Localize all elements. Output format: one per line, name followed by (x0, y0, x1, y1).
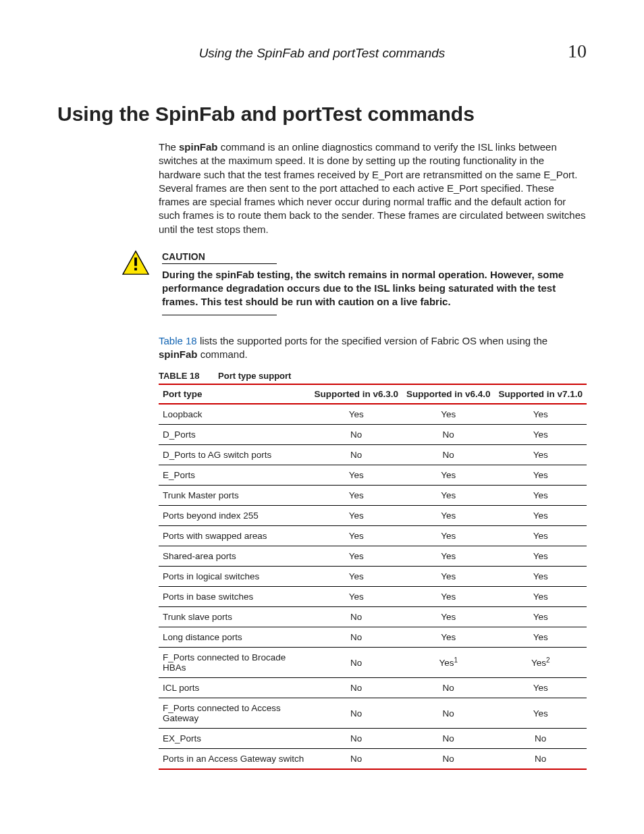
cell-v630: Yes (310, 546, 402, 567)
cell-v710: Yes (494, 526, 587, 546)
cell-v640: Yes (402, 526, 495, 546)
svg-rect-2 (134, 267, 137, 270)
table-caption-title: Port type support (218, 371, 291, 381)
cell-v640: Yes (402, 465, 495, 486)
cell-v640: Yes (402, 627, 495, 648)
table-row: E_PortsYesYesYes (159, 465, 587, 486)
cell-port-type: Long distance ports (159, 627, 310, 648)
cell-v710: Yes (494, 486, 587, 506)
cell-v710: Yes (494, 698, 587, 729)
cell-port-type: ICL ports (159, 678, 310, 698)
table-row: EX_PortsNoNoNo (159, 729, 587, 749)
intro-rest: command is an online diagnostics command… (159, 141, 586, 235)
cell-port-type: F_Ports connected to Access Gateway (159, 698, 310, 729)
cell-v640: No (402, 698, 495, 729)
cell-v710: No (494, 729, 587, 749)
table-row: Trunk Master portsYesYesYes (159, 486, 587, 506)
cell-v630: No (310, 445, 402, 465)
cell-v710: Yes (494, 425, 587, 445)
page: Using the SpinFab and portTest commands … (0, 0, 644, 834)
cell-v640: Yes (402, 587, 495, 607)
cell-v640: Yes (402, 607, 495, 627)
table-row: Shared-area portsYesYesYes (159, 546, 587, 567)
table-row: D_Ports to AG switch portsNoNoYes (159, 445, 587, 465)
cell-v630: Yes (310, 567, 402, 587)
table-row: F_Ports connected to Brocade HBAsNoYes1Y… (159, 648, 587, 678)
cell-v630: Yes (310, 404, 402, 425)
table-link[interactable]: Table 18 (159, 335, 197, 346)
cell-v640: Yes (402, 506, 495, 526)
cell-port-type: Trunk Master ports (159, 486, 310, 506)
table-row: Long distance portsNoYesYes (159, 627, 587, 648)
table-row: Ports in logical switchesYesYesYes (159, 567, 587, 587)
cell-port-type: D_Ports (159, 425, 310, 445)
cell-v640: Yes (402, 404, 495, 425)
table-caption: TABLE 18 Port type support (159, 371, 587, 381)
table-ref-block: Table 18 lists the supported ports for t… (159, 334, 587, 771)
cell-v710: Yes (494, 607, 587, 627)
cell-v630: No (310, 648, 402, 678)
table-row: ICL portsNoNoYes (159, 678, 587, 698)
cell-v640: Yes (402, 567, 495, 587)
th-v640: Supported in v6.4.0 (402, 384, 495, 404)
running-header: Using the SpinFab and portTest commands … (57, 41, 587, 62)
table-ref-paragraph: Table 18 lists the supported ports for t… (159, 334, 587, 362)
intro-block: The spinFab command is an online diagnos… (159, 140, 587, 236)
cell-v630: Yes (310, 486, 402, 506)
cell-v630: No (310, 749, 402, 770)
cell-port-type: D_Ports to AG switch ports (159, 445, 310, 465)
th-v710: Supported in v7.1.0 (494, 384, 587, 404)
cell-v640: Yes (402, 546, 495, 567)
cell-v630: No (310, 678, 402, 698)
cell-v640: No (402, 749, 495, 770)
cell-port-type: Ports in logical switches (159, 567, 310, 587)
table-row: Trunk slave portsNoYesYes (159, 607, 587, 627)
cell-port-type: Ports with swapped areas (159, 526, 310, 546)
cell-port-type: Ports beyond index 255 (159, 506, 310, 526)
th-port-type: Port type (159, 384, 310, 404)
footnote-ref: 1 (454, 656, 458, 663)
cell-port-type: Ports in base switches (159, 587, 310, 607)
cell-v640: No (402, 729, 495, 749)
cell-port-type: Shared-area ports (159, 546, 310, 567)
table-ref-tail: command. (198, 348, 248, 360)
table-row: Ports in base switchesYesYesYes (159, 587, 587, 607)
cell-v640: No (402, 445, 495, 465)
intro-prefix: The (159, 141, 179, 153)
intro-bold-command: spinFab (179, 141, 218, 153)
table-row: D_PortsNoNoYes (159, 425, 587, 445)
cell-v710: Yes (494, 678, 587, 698)
intro-paragraph: The spinFab command is an online diagnos… (159, 140, 587, 236)
caution-end-rule (162, 315, 277, 315)
cell-v640: No (402, 678, 495, 698)
cell-v710: Yes (494, 506, 587, 526)
cell-port-type: EX_Ports (159, 729, 310, 749)
cell-v640: No (402, 425, 495, 445)
cell-port-type: Trunk slave ports (159, 607, 310, 627)
cell-port-type: Ports in an Access Gateway switch (159, 749, 310, 770)
cell-v630: Yes (310, 526, 402, 546)
footnote-ref: 2 (546, 656, 550, 663)
cell-port-type: Loopback (159, 404, 310, 425)
svg-rect-1 (134, 257, 137, 265)
caution-block: CAUTION During the spinFab testing, the … (57, 251, 587, 328)
port-type-table: Port type Supported in v6.3.0 Supported … (159, 384, 587, 770)
cell-v630: No (310, 425, 402, 445)
cell-v640: Yes (402, 486, 495, 506)
table-ref-rest: lists the supported ports for the specif… (197, 335, 547, 346)
cell-v710: Yes (494, 627, 587, 648)
cell-v710: Yes2 (494, 648, 587, 678)
table-row: Ports in an Access Gateway switchNoNoNo (159, 749, 587, 770)
cell-v630: No (310, 627, 402, 648)
cell-port-type: F_Ports connected to Brocade HBAs (159, 648, 310, 678)
cell-v710: Yes (494, 567, 587, 587)
cell-v710: Yes (494, 404, 587, 425)
caution-icon (122, 250, 150, 276)
th-v630: Supported in v6.3.0 (310, 384, 402, 404)
cell-v630: Yes (310, 506, 402, 526)
cell-v630: Yes (310, 465, 402, 486)
table-header-row: Port type Supported in v6.3.0 Supported … (159, 384, 587, 404)
cell-v630: No (310, 729, 402, 749)
table-row: Ports with swapped areasYesYesYes (159, 526, 587, 546)
cell-v710: Yes (494, 445, 587, 465)
